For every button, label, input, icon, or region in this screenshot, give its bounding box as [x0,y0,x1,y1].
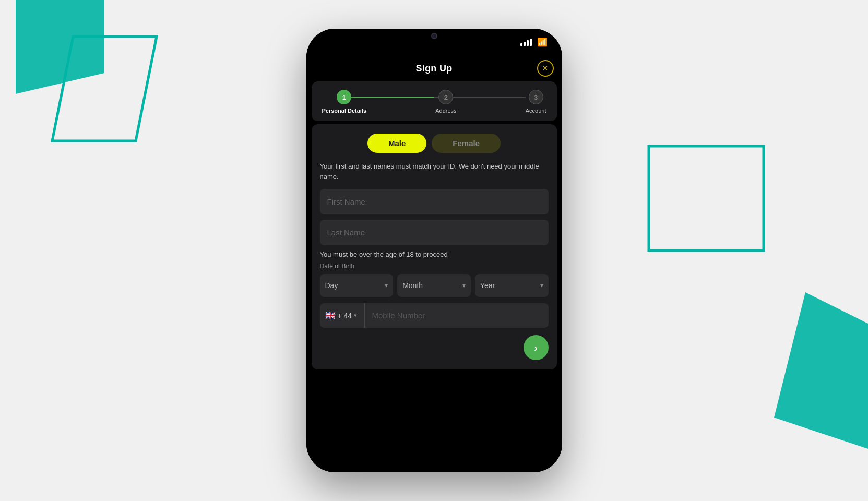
status-icons: 📶 [520,37,548,47]
dob-label: Date of Birth [320,263,549,270]
next-button-row: › [320,335,549,360]
last-name-input[interactable] [320,220,549,245]
age-notice: You must be over the age of 18 to procee… [320,250,549,258]
id-match-notice: Your first and last names must match you… [320,161,549,182]
phone-screen: Sign Up × 1 Personal Details [306,55,562,472]
step-address[interactable]: 2 Address [435,90,456,114]
step-circle-1: 1 [337,90,351,104]
male-button[interactable]: Male [367,134,426,153]
svg-marker-2 [649,146,764,250]
dob-row: Day ▾ Month ▾ Year ▾ [320,274,549,297]
step-label-3: Account [526,108,546,114]
signal-bar-2 [524,42,526,46]
mobile-number-input[interactable] [364,303,549,328]
flag-icon: 🇬🇧 [325,311,336,320]
svg-marker-1 [52,37,157,141]
svg-marker-3 [774,292,868,449]
bg-shape-teal-top-left [0,0,104,94]
screen-title: Sign Up [415,63,452,74]
phone-notch [400,29,468,43]
front-camera [431,33,437,39]
signal-bar-1 [520,43,522,46]
step-account[interactable]: 3 Account [526,90,546,114]
first-name-input[interactable] [320,189,549,214]
step-number-2: 2 [444,93,448,101]
step-number-3: 3 [534,93,538,101]
step-personal-details[interactable]: 1 Personal Details [322,90,367,114]
form-area: Male Female Your first and last names mu… [312,124,557,369]
status-bar: 📶 [306,29,562,55]
next-button[interactable]: › [524,335,549,360]
bg-shape-teal-solid-right [774,292,868,449]
country-chevron-icon: ▾ [354,312,357,319]
phone-wrapper: 📶 Sign Up × 1 Personal Detai [306,29,562,472]
phone-number-row: 🇬🇧 + 44 ▾ [320,303,549,328]
bg-shape-outline-right [638,136,774,261]
close-button[interactable]: × [537,60,554,77]
bg-shape-outline-left [42,31,167,146]
year-select-wrapper: Year ▾ [475,274,549,297]
day-select-wrapper: Day ▾ [320,274,394,297]
step-number-1: 1 [342,93,346,101]
year-select[interactable]: Year [475,274,549,297]
country-code-text: + 44 [338,312,352,320]
stepper: 1 Personal Details 2 Address 3 [322,90,546,114]
wifi-icon: 📶 [537,37,548,47]
screen-header: Sign Up × [306,55,562,81]
month-select-wrapper: Month ▾ [397,274,471,297]
phone-frame: 📶 Sign Up × 1 Personal Detai [306,29,562,472]
signal-bar-4 [530,39,532,46]
step-circle-3: 3 [529,90,543,104]
step-circle-2: 2 [438,90,453,104]
day-select[interactable]: Day [320,274,394,297]
gender-toggle: Male Female [320,134,549,153]
step-label-2: Address [435,108,456,114]
country-code-selector[interactable]: 🇬🇧 + 44 ▾ [320,303,364,328]
month-select[interactable]: Month [397,274,471,297]
female-button[interactable]: Female [432,134,501,153]
signal-bar-3 [527,40,529,46]
step-label-1: Personal Details [322,108,367,114]
stepper-container: 1 Personal Details 2 Address 3 [312,81,557,121]
svg-marker-0 [16,0,104,94]
signal-bars [520,38,532,46]
